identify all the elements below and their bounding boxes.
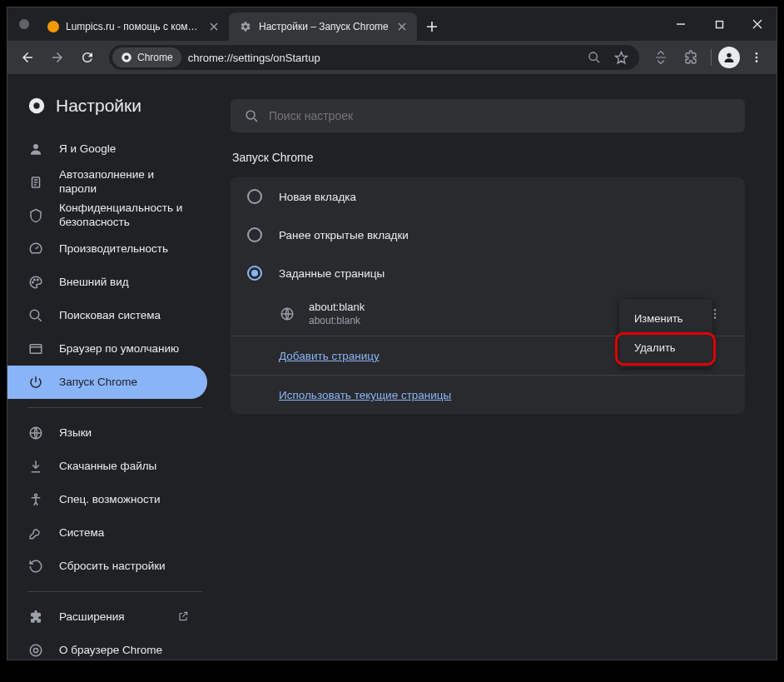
- accessibility-icon: [27, 491, 44, 508]
- reload-button[interactable]: [74, 44, 101, 71]
- shield-icon: [27, 207, 44, 224]
- sidebar-item-you-and-google[interactable]: Я и Google: [7, 132, 207, 166]
- radio-new-tab[interactable]: Новая вкладка: [231, 177, 745, 216]
- svg-point-5: [756, 52, 758, 55]
- radio-icon: [247, 189, 262, 204]
- tab-search-icon[interactable]: [19, 19, 29, 29]
- search-icon: [27, 307, 44, 324]
- zoom-icon[interactable]: [584, 47, 604, 67]
- search-input[interactable]: [269, 109, 732, 122]
- window-icon: [27, 341, 44, 357]
- svg-rect-16: [30, 345, 42, 354]
- radio-label: Новая вкладка: [279, 191, 356, 203]
- globe-icon: [27, 425, 44, 441]
- sidebar-item-languages[interactable]: Языки: [7, 416, 207, 450]
- close-icon[interactable]: [395, 20, 409, 33]
- svg-point-2: [124, 55, 128, 59]
- maximize-button[interactable]: [700, 7, 738, 41]
- menu-button[interactable]: [743, 44, 770, 71]
- radio-icon: [247, 266, 262, 281]
- sidebar-item-about[interactable]: О браузере Chrome: [7, 634, 207, 660]
- sidebar-item-extensions[interactable]: Расширения: [7, 600, 207, 634]
- url-text: chrome://settings/onStartup: [188, 52, 578, 64]
- sidebar-item-privacy[interactable]: Конфиденциальность и безопасность: [7, 199, 207, 232]
- svg-point-24: [714, 313, 717, 316]
- sidebar-item-reset[interactable]: Сбросить настройки: [7, 550, 207, 583]
- tab-title: Lumpics.ru - помощь с компью: [66, 21, 201, 32]
- speedometer-icon: [27, 241, 44, 257]
- back-button[interactable]: [14, 44, 41, 71]
- download-icon: [27, 458, 44, 475]
- add-page-link[interactable]: Добавить страницу: [279, 350, 380, 362]
- svg-point-7: [756, 60, 758, 62]
- sidebar-item-search[interactable]: Поисковая система: [7, 299, 207, 332]
- minimize-button[interactable]: [662, 7, 700, 41]
- bookmark-icon[interactable]: [611, 47, 631, 67]
- forward-button[interactable]: [44, 44, 71, 71]
- radio-icon: [247, 227, 262, 242]
- radio-continue[interactable]: Ранее открытые вкладки: [231, 216, 745, 254]
- palette-icon: [27, 274, 44, 291]
- sidebar-item-autofill[interactable]: Автозаполнение и пароли: [7, 166, 207, 199]
- globe-icon: [279, 306, 295, 322]
- profile-avatar[interactable]: [718, 47, 740, 68]
- browser-tab-0[interactable]: Lumpics.ru - помощь с компью: [37, 12, 229, 41]
- svg-point-10: [33, 144, 38, 149]
- svg-point-12: [32, 281, 34, 283]
- new-tab-button[interactable]: [420, 15, 444, 38]
- external-link-icon: [177, 610, 191, 624]
- svg-point-3: [589, 52, 597, 60]
- svg-point-14: [37, 279, 39, 281]
- svg-point-15: [30, 310, 39, 319]
- radio-specific-pages[interactable]: Заданные страницы: [231, 254, 745, 292]
- svg-point-25: [714, 317, 717, 320]
- browser-tab-1[interactable]: Настройки – Запуск Chrome: [229, 12, 417, 41]
- chrome-logo-icon: [27, 97, 46, 115]
- svg-point-21: [246, 111, 255, 119]
- chip-label: Chrome: [137, 52, 173, 63]
- sidebar-title: Настройки: [56, 96, 141, 116]
- svg-point-6: [756, 57, 758, 59]
- svg-rect-0: [716, 21, 722, 27]
- sidebar-item-system[interactable]: Система: [7, 516, 207, 550]
- sidebar-item-accessibility[interactable]: Спец. возможности: [7, 483, 207, 516]
- svg-point-19: [30, 645, 42, 656]
- sidebar-header: Настройки: [7, 89, 219, 132]
- favicon-icon: [47, 21, 59, 32]
- sidebar-item-appearance[interactable]: Внешний вид: [7, 266, 207, 299]
- search-icon: [244, 108, 259, 123]
- use-current-link[interactable]: Использовать текущие страницы: [279, 389, 451, 401]
- svg-point-23: [714, 309, 717, 311]
- window-titlebar: Lumpics.ru - помощь с компью Настройки –…: [7, 7, 777, 41]
- reset-icon: [27, 558, 44, 575]
- section-title: Запуск Chrome: [231, 151, 745, 164]
- sidebar-item-default-browser[interactable]: Браузер по умолчанию: [7, 332, 207, 366]
- tab-title: Настройки – Запуск Chrome: [259, 21, 389, 32]
- divider: [27, 407, 202, 408]
- sidebar-item-downloads[interactable]: Скачанные файлы: [7, 450, 207, 483]
- search-settings[interactable]: [231, 99, 745, 132]
- origin-chip[interactable]: Chrome: [112, 47, 181, 67]
- window-controls: [662, 7, 777, 41]
- radio-label: Заданные страницы: [279, 267, 385, 280]
- chrome-icon: [121, 52, 132, 63]
- context-menu-delete[interactable]: Удалить: [619, 333, 712, 362]
- sidebar-item-performance[interactable]: Производительность: [7, 232, 207, 266]
- svg-point-13: [34, 279, 36, 281]
- svg-point-4: [727, 53, 731, 57]
- close-icon[interactable]: [207, 20, 221, 33]
- radio-label: Ранее открытые вкладки: [279, 229, 409, 241]
- address-bar[interactable]: Chrome chrome://settings/onStartup: [109, 45, 639, 70]
- recycle-icon[interactable]: [648, 44, 674, 71]
- svg-point-18: [35, 494, 37, 496]
- extensions-icon[interactable]: [677, 44, 704, 71]
- sidebar-item-on-startup[interactable]: Запуск Chrome: [7, 366, 207, 399]
- use-current-row: Использовать текущие страницы: [231, 375, 745, 414]
- context-menu-edit[interactable]: Изменить: [619, 304, 712, 333]
- svg-point-20: [33, 648, 37, 652]
- puzzle-icon: [27, 609, 44, 625]
- close-window-button[interactable]: [738, 7, 777, 41]
- browser-toolbar: Chrome chrome://settings/onStartup: [7, 41, 777, 74]
- wrench-icon: [27, 525, 44, 541]
- divider: [711, 49, 712, 66]
